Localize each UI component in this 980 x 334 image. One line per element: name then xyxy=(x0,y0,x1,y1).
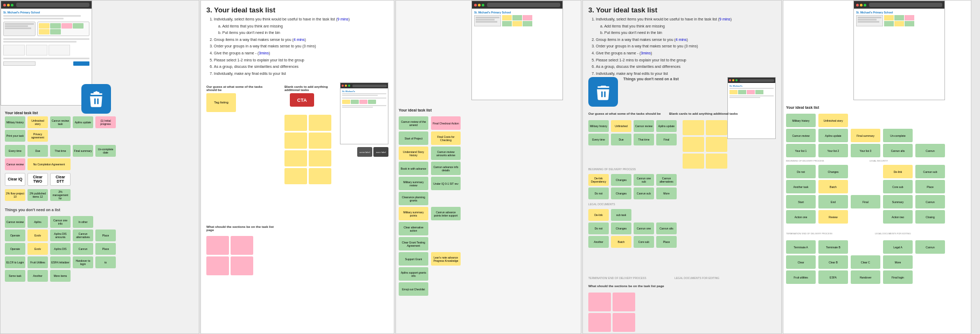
p5-sticky[interactable]: Clear xyxy=(786,255,816,269)
p4-blank-sticky[interactable] xyxy=(706,120,727,135)
p5-sticky[interactable]: Canrun xyxy=(915,144,945,157)
sticky-note[interactable]: Place xyxy=(95,229,116,241)
blank-sticky[interactable] xyxy=(284,150,307,166)
p4-blank-sticky[interactable] xyxy=(683,120,704,135)
p4-pink-sticky[interactable] xyxy=(613,313,635,332)
sticky-note[interactable]: Apilns DIS amounts xyxy=(50,229,71,241)
p4-sticky-note[interactable]: Canrun sub xyxy=(634,187,654,199)
sticky-canrun-amounts[interactable]: Canrun review amounts advise xyxy=(431,147,461,160)
p5-sticky[interactable]: Core sub xyxy=(883,180,913,193)
sticky-note[interactable]: Canrun review xyxy=(5,216,25,228)
p4-sticky-note[interactable]: Final xyxy=(656,134,677,145)
sticky-note[interactable]: Unfinished story xyxy=(27,116,48,128)
sticky-book-advance[interactable]: Book in with advance xyxy=(399,162,428,175)
p4-sticky-note[interactable]: Do not xyxy=(588,187,609,199)
sticky-note[interactable]: Some task xyxy=(5,270,25,282)
cta-button[interactable]: CTA xyxy=(290,93,314,107)
pink-sticky[interactable] xyxy=(206,256,229,275)
p5-sticky[interactable]: Review xyxy=(818,210,848,224)
p4-sticky-note[interactable]: De-link Dependency xyxy=(588,174,609,186)
sticky-note[interactable]: Canrun review task xyxy=(50,116,71,128)
sticky-understand[interactable]: Understand Story history xyxy=(399,147,428,160)
p4-sticky-note[interactable]: That time xyxy=(634,134,654,145)
pink-sticky[interactable] xyxy=(231,256,253,275)
p4-pink-sticky[interactable] xyxy=(613,293,635,311)
p5-sticky[interactable]: De-link xyxy=(883,165,913,178)
link-p4-9mins[interactable]: 9 mins xyxy=(719,17,731,21)
p4-sticky-note[interactable]: Changes xyxy=(611,222,631,234)
p4-sticky-note[interactable]: sub task xyxy=(611,209,631,221)
blank-sticky[interactable] xyxy=(309,150,331,166)
sticky-note[interactable]: Handover to login xyxy=(73,256,93,268)
blank-sticky[interactable] xyxy=(284,168,307,184)
p5-sticky[interactable]: Final xyxy=(851,195,880,208)
p4-sticky-note[interactable]: Canrun review xyxy=(634,120,654,132)
sticky-canrun-points[interactable]: Canrun advance points letter support xyxy=(431,207,461,220)
sticky-note[interactable]: No Completion Agreement xyxy=(27,158,71,170)
p5-sticky[interactable]: Closing xyxy=(915,210,945,224)
p4-sticky-note[interactable]: Do not xyxy=(588,222,609,234)
p4-sticky-note[interactable]: Canrun alts xyxy=(656,222,677,234)
p4-sticky-note[interactable]: More xyxy=(656,187,677,199)
blank-sticky[interactable] xyxy=(309,115,331,131)
sticky-final-costs[interactable]: Final Costs for Checking xyxy=(431,131,461,145)
blank-sticky[interactable] xyxy=(284,115,307,131)
p4-sticky-note[interactable]: Batch xyxy=(611,236,631,248)
p5-sticky[interactable]: End xyxy=(818,195,848,208)
p5-sticky[interactable]: Terminate A xyxy=(786,240,816,254)
sticky-clear-dtt[interactable]: Clear DTT xyxy=(50,173,71,186)
sticky-note[interactable]: 2% flow project 10 xyxy=(5,189,25,201)
sticky-emoji-checklist[interactable]: Emoji out Checklist xyxy=(399,282,428,296)
p5-sticky[interactable]: Canrun sub xyxy=(915,165,945,178)
sticky-canrun-info[interactable]: Canrun advance info details xyxy=(431,162,461,175)
sticky-note[interactable]: Military history xyxy=(5,116,25,128)
sticky-note[interactable]: Apilns xyxy=(27,216,48,228)
p4-sticky-note[interactable]: Unfinished xyxy=(611,120,631,132)
sticky-note[interactable]: Evolv xyxy=(27,243,48,255)
sticky-note[interactable]: Privacy agreement xyxy=(27,130,48,142)
sticky-note[interactable]: 2% management for xyxy=(50,189,71,201)
sticky-note[interactable]: Fruit Utilities xyxy=(27,256,48,268)
link-p4-4mins[interactable]: 4 mins xyxy=(676,38,687,41)
p5-sticky[interactable]: More xyxy=(883,255,913,269)
p4-sticky-note[interactable]: Core sub xyxy=(634,236,654,248)
sticky-note[interactable]: Operate xyxy=(5,243,25,255)
sticky-canrun[interactable]: Canrun review of the amend xyxy=(399,116,428,130)
sticky-tag-listing[interactable]: Tag listing xyxy=(206,93,236,112)
blank-sticky[interactable] xyxy=(309,168,331,184)
p5-sticky[interactable]: Apilns update xyxy=(818,129,848,142)
link-p4-3mins[interactable]: 3mins xyxy=(641,51,651,55)
p5-sticky[interactable]: Batch xyxy=(818,180,848,193)
p5-sticky[interactable]: Canrun xyxy=(915,195,945,208)
sticky-note[interactable]: More items xyxy=(50,270,71,282)
p4-sticky-note[interactable]: Canrun one sub xyxy=(634,174,654,186)
p5-sticky[interactable]: Changes xyxy=(818,165,848,178)
sticky-note[interactable]: Place xyxy=(95,243,116,255)
sticky-note[interactable]: (1) Initial progress xyxy=(95,116,116,128)
p4-blank-sticky[interactable] xyxy=(706,154,727,169)
p4-sticky-note[interactable]: Canrun one xyxy=(634,222,654,234)
sticky-clear-iq[interactable]: Clear IQ xyxy=(5,173,25,186)
link-9mins[interactable]: 9 mins xyxy=(337,17,349,21)
sticky-note[interactable]: Evolv xyxy=(27,229,48,241)
p5-sticky[interactable]: Military history xyxy=(786,114,816,127)
sticky-final-checkout[interactable]: Final Checkout Action xyxy=(431,116,461,130)
p5-sticky[interactable]: Un-complete xyxy=(883,129,913,142)
p4-sticky-note[interactable]: Apilns update xyxy=(656,120,677,132)
p5-sticky[interactable]: Canrun review xyxy=(786,129,816,142)
sticky-start[interactable]: Start of Project xyxy=(399,131,428,145)
sticky-military-review[interactable]: Military summary review xyxy=(399,177,428,190)
sticky-military-points[interactable]: Military summary points xyxy=(399,207,428,220)
p4-sticky-note[interactable]: Place xyxy=(656,236,677,248)
p5-sticky[interactable]: Do not xyxy=(786,165,816,178)
p4-sticky-note[interactable]: Changes xyxy=(611,174,631,186)
p5-sticky[interactable]: Fruit utilities xyxy=(786,270,816,284)
p4-sticky-note[interactable]: Another xyxy=(588,236,609,248)
p5-sticky[interactable]: Clear C xyxy=(851,255,880,269)
p5-sticky[interactable]: Another task xyxy=(786,180,816,193)
p5-sticky[interactable]: Action two xyxy=(883,210,913,224)
p5-sticky[interactable]: Clear B xyxy=(818,255,848,269)
sticky-note[interactable]: Un-complete date xyxy=(95,145,116,157)
p4-sticky-note[interactable]: Every time xyxy=(588,134,609,145)
p5-sticky[interactable]: Your list 3 xyxy=(851,144,880,157)
